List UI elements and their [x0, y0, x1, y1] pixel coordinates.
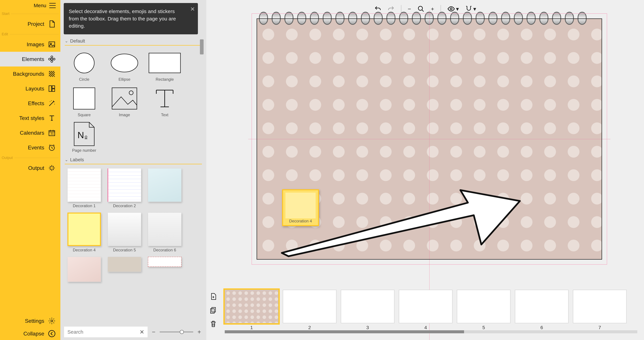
nav-events[interactable]: Events	[0, 140, 60, 155]
svg-rect-7	[49, 86, 52, 92]
decoration-3[interactable]	[144, 168, 185, 208]
svg-text:o: o	[85, 134, 88, 139]
file-icon	[48, 20, 56, 28]
group-labels[interactable]: ⌄ Labels	[60, 156, 206, 164]
page-thumb-4-num: 4	[424, 325, 427, 330]
decoration-2[interactable]: Decoration 2	[104, 168, 144, 208]
undo-button[interactable]	[374, 5, 381, 12]
nav-layouts[interactable]: Layouts	[0, 81, 60, 96]
page-thumb-7-num: 7	[598, 325, 601, 330]
snap-button[interactable]: ▾	[465, 5, 476, 12]
shape-circle[interactable]: Circle	[64, 50, 104, 82]
group-labels-label: Labels	[70, 157, 84, 163]
decoration-8[interactable]	[104, 257, 144, 282]
page-thumb-7[interactable]	[573, 290, 626, 323]
caret-down-icon: ▾	[473, 5, 476, 12]
decoration-5[interactable]: Decoration 5	[104, 212, 144, 252]
page-thumb-2[interactable]	[283, 290, 336, 323]
clear-icon[interactable]: ✕	[140, 329, 144, 335]
page-thumb-1-num: 1	[250, 325, 253, 330]
delete-page-button[interactable]	[209, 320, 218, 328]
nav-calendars[interactable]: Calendars 31	[0, 126, 60, 140]
nav-project[interactable]: Project	[0, 16, 60, 31]
group-default[interactable]: ⌄ Default	[60, 37, 206, 45]
nav-elements[interactable]: Elements	[0, 52, 60, 66]
nav-settings-label: Settings	[25, 318, 44, 324]
thumbnail-scrollbar[interactable]	[225, 330, 637, 333]
svg-point-14	[49, 331, 55, 337]
svg-point-16	[111, 54, 138, 72]
nav-effects-label: Effects	[28, 100, 44, 107]
shape-page-number-label: Page number	[72, 148, 96, 153]
nav-output[interactable]: Output	[0, 161, 60, 175]
panel-scrollbar[interactable]	[200, 39, 204, 54]
shape-text[interactable]: Text	[144, 85, 185, 117]
hatch-icon	[48, 70, 56, 78]
nav-collapse[interactable]: Collapse	[0, 327, 60, 340]
svg-point-2	[51, 58, 53, 60]
page-thumb-4[interactable]	[399, 290, 452, 323]
nav-effects[interactable]: Effects	[0, 96, 60, 111]
clock-icon	[48, 144, 56, 152]
shape-circle-label: Circle	[79, 77, 89, 82]
decoration-2-label: Decoration 2	[113, 203, 136, 208]
design-page[interactable]: Decoration 4	[256, 18, 602, 260]
group-divider	[65, 164, 202, 164]
decoration-4[interactable]: Decoration 4	[64, 212, 104, 252]
page-thumb-1[interactable]	[225, 290, 278, 323]
sidebar-section-edit: Edit	[0, 31, 60, 37]
dropped-decoration-4[interactable]: Decoration 4	[282, 189, 319, 226]
zoom-fit-button[interactable]	[418, 5, 424, 12]
close-icon[interactable]: ✕	[190, 5, 195, 13]
hamburger-icon	[49, 3, 56, 8]
duplicate-page-button[interactable]	[209, 306, 218, 315]
nav-settings[interactable]: Settings	[0, 315, 60, 327]
svg-point-13	[51, 320, 53, 322]
decoration-9[interactable]	[144, 257, 185, 282]
nav-text-styles[interactable]: Text styles	[0, 111, 60, 126]
svg-point-15	[74, 53, 94, 73]
nav-backgrounds-label: Backgrounds	[13, 71, 44, 77]
page-thumb-3[interactable]	[341, 290, 394, 323]
svg-rect-8	[52, 86, 55, 88]
svg-rect-17	[149, 53, 180, 73]
group-divider	[65, 45, 202, 45]
page-thumbnails: 1 2 3 4 5 6 7	[225, 290, 637, 333]
page-thumb-6[interactable]	[515, 290, 568, 323]
flower-icon	[48, 55, 56, 63]
nav-events-label: Events	[28, 145, 44, 151]
shape-rectangle[interactable]: Rectangle	[144, 50, 185, 82]
calendar-icon: 31	[48, 129, 56, 137]
nav-layouts-label: Layouts	[26, 86, 44, 92]
shape-image[interactable]: Image	[104, 85, 144, 117]
page-thumb-6-num: 6	[540, 325, 543, 330]
svg-rect-26	[211, 309, 214, 313]
redo-button[interactable]	[388, 5, 394, 12]
canvas-area: − + ▾ ▾ Decoration 4 1 2 3 4 5	[206, 0, 644, 340]
panel-zoom-in[interactable]: +	[196, 329, 202, 336]
menu-button[interactable]: Menu	[0, 0, 60, 11]
zoom-out-button[interactable]: −	[408, 6, 411, 12]
page-thumb-5[interactable]	[457, 290, 510, 323]
decoration-7[interactable]	[64, 257, 104, 282]
search-field[interactable]	[68, 329, 140, 335]
text-icon	[48, 114, 56, 122]
add-page-button[interactable]	[209, 292, 218, 301]
zoom-in-button[interactable]: +	[431, 6, 434, 12]
nav-images[interactable]: Images	[0, 37, 60, 52]
svg-point-5	[49, 58, 51, 60]
shape-text-label: Text	[161, 113, 168, 117]
shape-page-number[interactable]: No Page number	[64, 121, 104, 153]
decoration-1[interactable]: Decoration 1	[64, 168, 104, 208]
dropped-decoration-4-label: Decoration 4	[289, 219, 312, 223]
nav-text-styles-label: Text styles	[19, 115, 44, 121]
decoration-4-label: Decoration 4	[73, 248, 96, 252]
shape-square[interactable]: Square	[64, 85, 104, 117]
decoration-6[interactable]: Decoration 6	[144, 212, 185, 252]
nav-collapse-label: Collapse	[23, 331, 44, 337]
panel-zoom-out[interactable]: −	[150, 329, 157, 336]
search-input[interactable]: ✕	[64, 327, 148, 337]
panel-zoom-slider[interactable]	[160, 332, 193, 332]
nav-backgrounds[interactable]: Backgrounds	[0, 66, 60, 81]
shape-ellipse[interactable]: Ellipse	[104, 50, 144, 82]
